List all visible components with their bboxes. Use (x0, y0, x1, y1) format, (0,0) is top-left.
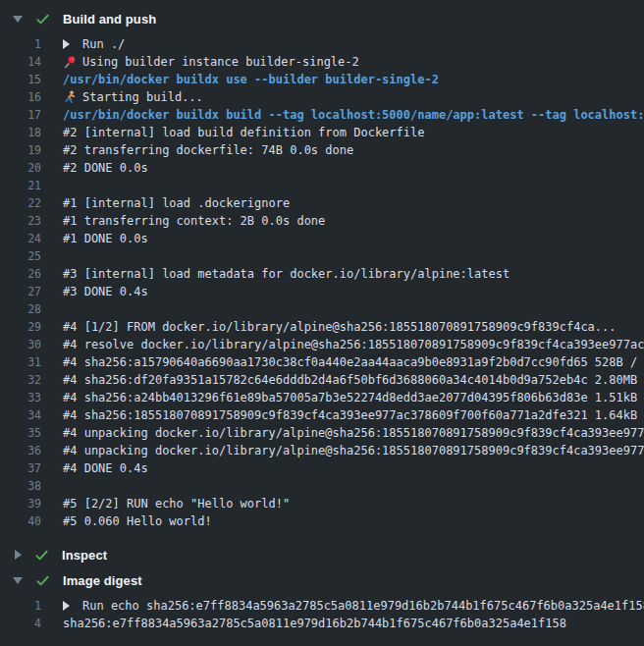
log-line: 16 Starting build... (0, 88, 644, 106)
line-text: #5 [2/2] RUN echo "Hello world!" (63, 497, 290, 511)
line-number[interactable]: 19 (0, 143, 41, 157)
line-number[interactable]: 23 (0, 214, 41, 228)
line-number[interactable]: 36 (0, 444, 41, 458)
log-line: 37 #4 DONE 0.4s (0, 459, 644, 477)
line-number[interactable]: 27 (0, 285, 41, 298)
line-number[interactable]: 14 (0, 55, 41, 69)
line-number[interactable]: 34 (0, 408, 41, 422)
log-line: 21 (0, 177, 644, 194)
section-lines: 1 Run ./ 14 Using builder instance build… (0, 31, 644, 542)
line-text: #2 transferring dockerfile: 74B 0.0s don… (63, 143, 353, 157)
log-line: 1 Run echo sha256:e7ff8834a5963a2785c5a0… (0, 597, 644, 615)
line-number[interactable]: 25 (0, 249, 41, 263)
line-number[interactable]: 28 (0, 302, 41, 316)
line-number[interactable]: 15 (0, 73, 41, 86)
check-icon (35, 573, 50, 588)
log-line: 19 #2 transferring dockerfile: 74B 0.0s … (0, 141, 644, 159)
log-line: 39 #5 [2/2] RUN echo "Hello world!" (0, 495, 644, 512)
line-number[interactable]: 17 (0, 108, 41, 122)
line-text: #4 resolve docker.io/library/alpine@sha2… (63, 338, 644, 351)
line-number[interactable]: 1 (0, 37, 41, 51)
runner-icon (63, 90, 82, 105)
log-line: 31 #4 sha256:a15790640a6690aa1730c38cf0a… (0, 353, 644, 371)
check-icon (35, 12, 50, 27)
line-text: #4 sha256:a15790640a6690aa1730c38cf0a440… (63, 355, 644, 369)
line-number[interactable]: 16 (0, 90, 41, 104)
line-number[interactable]: 18 (0, 126, 41, 139)
line-number[interactable]: 22 (0, 196, 41, 210)
line-text: #1 [internal] load .dockerignore (63, 196, 290, 210)
log-section: Image digest 1 Run echo sha256:e7ff8834a… (0, 567, 644, 644)
line-number[interactable]: 4 (0, 617, 41, 630)
line-text: #1 DONE 0.0s (63, 232, 148, 245)
line-number[interactable]: 1 (0, 599, 41, 613)
line-text: #4 [1/2] FROM docker.io/library/alpine@s… (63, 320, 617, 334)
line-text: Run echo sha256:e7ff8834a5963a2785c5a081… (82, 599, 644, 613)
line-text: #2 [internal] load build definition from… (63, 126, 424, 139)
line-number[interactable]: 32 (0, 373, 41, 387)
chevron-down-icon (13, 577, 23, 584)
log-line: 1 Run ./ (0, 35, 644, 53)
log-line: 23 #1 transferring context: 2B 0.0s done (0, 212, 644, 230)
line-number[interactable]: 31 (0, 355, 41, 369)
section-header-inspect[interactable]: Inspect (0, 542, 644, 567)
log-line: 34 #4 sha256:185518070891758909c9f839cf4… (0, 406, 644, 424)
log-line: 29 #4 [1/2] FROM docker.io/library/alpin… (0, 318, 644, 336)
line-text: #4 sha256:185518070891758909c9f839cf4ca3… (63, 408, 644, 422)
section-header-image-digest[interactable]: Image digest (0, 567, 644, 593)
log-line: 14 Using builder instance builder-single… (0, 53, 644, 71)
section-title: Build and push (63, 12, 156, 27)
line-number[interactable]: 20 (0, 161, 41, 175)
section-lines: 1 Run echo sha256:e7ff8834a5963a2785c5a0… (0, 593, 644, 644)
line-text: /usr/bin/docker buildx use --builder bui… (63, 73, 439, 86)
log-line: 30 #4 resolve docker.io/library/alpine@s… (0, 336, 644, 353)
log-line: 25 (0, 247, 644, 265)
line-number[interactable]: 39 (0, 497, 41, 511)
log-line: 18 #2 [internal] load build definition f… (0, 124, 644, 141)
line-number[interactable]: 35 (0, 426, 41, 440)
line-number[interactable]: 33 (0, 391, 41, 404)
log-line: 32 #4 sha256:df20fa9351a15782c64e6dddb2d… (0, 371, 644, 389)
log-line: 20 #2 DONE 0.0s (0, 159, 644, 177)
line-text: #3 DONE 0.4s (63, 285, 148, 298)
line-number[interactable]: 29 (0, 320, 41, 334)
section-header-build-and-push[interactable]: Build and push (0, 6, 644, 31)
line-number[interactable]: 24 (0, 232, 41, 245)
line-text: #4 unpacking docker.io/library/alpine@sh… (63, 426, 644, 440)
line-number[interactable]: 37 (0, 461, 41, 475)
check-icon (34, 548, 49, 563)
run-arrow-icon (63, 37, 82, 52)
log-line: 22 #1 [internal] load .dockerignore (0, 194, 644, 212)
log-line: 33 #4 sha256:a24bb4013296f61e89ba57005a7… (0, 389, 644, 406)
pushpin-icon (63, 55, 82, 70)
line-number[interactable]: 26 (0, 267, 41, 281)
line-text: sha256:e7ff8834a5963a2785c5a0811e979d16b… (63, 617, 566, 630)
line-text: #5 0.060 Hello world! (63, 514, 212, 528)
line-text: #4 DONE 0.4s (63, 461, 148, 475)
chevron-right-icon (15, 550, 22, 560)
line-text: #2 DONE 0.0s (63, 161, 148, 175)
log-line: 24 #1 DONE 0.0s (0, 230, 644, 247)
log-section: Build and push 1 Run ./ 14 Using builder… (0, 6, 644, 542)
log-line: 35 #4 unpacking docker.io/library/alpine… (0, 424, 644, 442)
line-number[interactable]: 38 (0, 479, 41, 493)
log-line: 17 /usr/bin/docker buildx build --tag lo… (0, 106, 644, 124)
line-text: Starting build... (82, 90, 203, 104)
run-arrow-icon (63, 599, 82, 614)
section-title: Inspect (62, 548, 107, 563)
log-line: 40 #5 0.060 Hello world! (0, 512, 644, 530)
line-number[interactable]: 40 (0, 514, 41, 528)
line-text: #1 transferring context: 2B 0.0s done (63, 214, 325, 228)
log-line: 4 sha256:e7ff8834a5963a2785c5a0811e979d1… (0, 615, 644, 632)
line-number[interactable]: 21 (0, 179, 41, 192)
log-line: 36 #4 unpacking docker.io/library/alpine… (0, 442, 644, 459)
log-line: 15 /usr/bin/docker buildx use --builder … (0, 71, 644, 88)
log-line: 28 (0, 300, 644, 318)
line-text: #4 sha256:a24bb4013296f61e89ba57005a7b3e… (63, 391, 644, 404)
line-number[interactable]: 30 (0, 338, 41, 351)
log-section: Inspect (0, 542, 644, 567)
line-text: #4 unpacking docker.io/library/alpine@sh… (63, 444, 644, 458)
log-line: 26 #3 [internal] load metadata for docke… (0, 265, 644, 283)
log-line: 27 #3 DONE 0.4s (0, 283, 644, 300)
chevron-down-icon (13, 16, 23, 23)
